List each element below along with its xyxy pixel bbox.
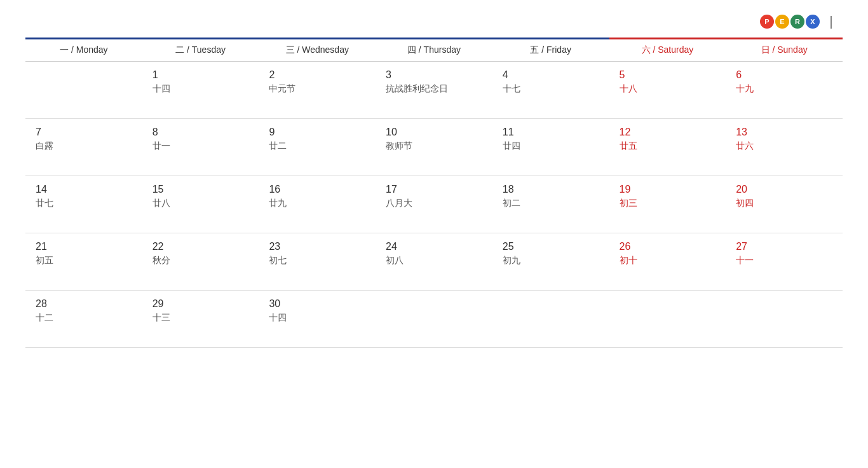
calendar-cell: 15廿八	[142, 176, 259, 233]
calendar-cell: 4十七	[492, 62, 609, 119]
calendar-week-row: 1十四2中元节3抗战胜利纪念日4十七5十八6十九	[25, 62, 843, 119]
calendar-cell: 18初二	[492, 176, 609, 233]
day-lunar: 廿七	[36, 198, 132, 209]
day-lunar: 十二	[36, 312, 132, 324]
calendar-cell: 30十四	[259, 291, 376, 348]
calendar-cell: 2中元节	[259, 62, 376, 119]
day-number: 26	[620, 241, 716, 252]
day-lunar: 初四	[736, 198, 832, 209]
day-number: 11	[503, 127, 599, 138]
day-lunar: 抗战胜利纪念日	[386, 83, 482, 95]
day-lunar: 初八	[386, 255, 482, 266]
calendar-cell: 9廿二	[259, 119, 376, 176]
calendar-week-row: 14廿七15廿八16廿九17八月大18初二19初三20初四	[25, 176, 843, 233]
calendar-cell: 24初八	[376, 233, 492, 291]
calendar-cell: 5十八	[609, 62, 726, 119]
day-lunar: 初二	[503, 198, 599, 209]
day-number: 2	[269, 69, 365, 81]
header: P E R X ｜	[25, 13, 843, 31]
day-number: 8	[153, 127, 249, 138]
calendar-cell: 14廿七	[25, 176, 142, 233]
calendar-cell: 1十四	[142, 62, 259, 119]
logo-x: X	[806, 15, 820, 29]
brand-top: P E R X ｜	[760, 13, 843, 30]
day-number: 7	[36, 127, 132, 138]
calendar-cell: 17八月大	[376, 176, 492, 233]
calendar-cell: 25初九	[492, 233, 609, 291]
day-lunar: 中元节	[269, 83, 365, 95]
calendar-cell: 23初七	[259, 233, 376, 291]
day-number: 1	[153, 69, 249, 81]
day-number: 21	[36, 241, 132, 252]
day-number: 16	[269, 184, 365, 195]
calendar-cell: 8廿一	[142, 119, 259, 176]
day-lunar: 初九	[503, 255, 599, 266]
day-number: 17	[386, 184, 482, 195]
day-lunar: 教师节	[386, 141, 482, 152]
weekday-saturday: 六 / Saturday	[609, 39, 726, 62]
day-lunar: 廿八	[153, 198, 249, 209]
day-lunar: 十七	[503, 83, 599, 95]
day-number: 5	[620, 69, 716, 81]
day-number: 15	[153, 184, 249, 195]
day-number: 12	[620, 127, 716, 138]
day-number: 24	[386, 241, 482, 252]
calendar-week-row: 7白露8廿一9廿二10教师节11廿四12廿五13廿六	[25, 119, 843, 176]
calendar-cell: 6十九	[726, 62, 843, 119]
day-lunar: 初七	[269, 255, 365, 266]
calendar-cell	[726, 291, 843, 348]
calendar-cell	[376, 291, 492, 348]
day-number: 25	[503, 241, 599, 252]
weekday-header-row: 一 / Monday 二 / Tuesday 三 / Wednesday 四 /…	[25, 39, 843, 62]
brand-logo: P E R X	[760, 15, 820, 29]
day-lunar: 廿二	[269, 141, 365, 152]
day-number: 30	[269, 298, 365, 310]
calendar-cell: 27十一	[726, 233, 843, 291]
calendar-cell: 3抗战胜利纪念日	[376, 62, 492, 119]
calendar-cell: 12廿五	[609, 119, 726, 176]
calendar-cell	[609, 291, 726, 348]
day-lunar: 廿一	[153, 141, 249, 152]
day-number: 29	[153, 298, 249, 310]
day-lunar: 初三	[620, 198, 716, 209]
calendar-cell: 28十二	[25, 291, 142, 348]
weekday-sunday: 日 / Sunday	[726, 39, 843, 62]
day-number: 6	[736, 69, 832, 81]
day-number: 14	[36, 184, 132, 195]
brand-divider: ｜	[825, 13, 837, 30]
calendar-cell: 19初三	[609, 176, 726, 233]
day-lunar: 初五	[36, 255, 132, 266]
day-number: 4	[503, 69, 599, 81]
calendar-cell: 7白露	[25, 119, 142, 176]
day-number: 19	[620, 184, 716, 195]
brand-area: P E R X ｜	[760, 13, 843, 31]
calendar-cell: 10教师节	[376, 119, 492, 176]
calendar-cell: 13廿六	[726, 119, 843, 176]
calendar-cell: 26初十	[609, 233, 726, 291]
weekday-wednesday: 三 / Wednesday	[259, 39, 376, 62]
weekday-monday: 一 / Monday	[25, 39, 142, 62]
calendar-cell	[25, 62, 142, 119]
day-number: 10	[386, 127, 482, 138]
day-number: 18	[503, 184, 599, 195]
day-lunar: 秋分	[153, 255, 249, 266]
day-number: 22	[153, 241, 249, 252]
day-number: 23	[269, 241, 365, 252]
day-number: 27	[736, 241, 832, 252]
day-number: 28	[36, 298, 132, 310]
weekday-thursday: 四 / Thursday	[376, 39, 492, 62]
calendar-cell: 29十三	[142, 291, 259, 348]
day-lunar: 十四	[269, 312, 365, 324]
logo-p: P	[760, 15, 774, 29]
day-lunar: 廿六	[736, 141, 832, 152]
calendar-cell: 21初五	[25, 233, 142, 291]
day-lunar: 十一	[736, 255, 832, 266]
weekday-tuesday: 二 / Tuesday	[142, 39, 259, 62]
day-number: 3	[386, 69, 482, 81]
calendar-week-row: 28十二29十三30十四	[25, 291, 843, 348]
day-number: 20	[736, 184, 832, 195]
calendar-cell: 20初四	[726, 176, 843, 233]
day-number: 9	[269, 127, 365, 138]
day-lunar: 八月大	[386, 198, 482, 209]
day-lunar: 十九	[736, 83, 832, 95]
